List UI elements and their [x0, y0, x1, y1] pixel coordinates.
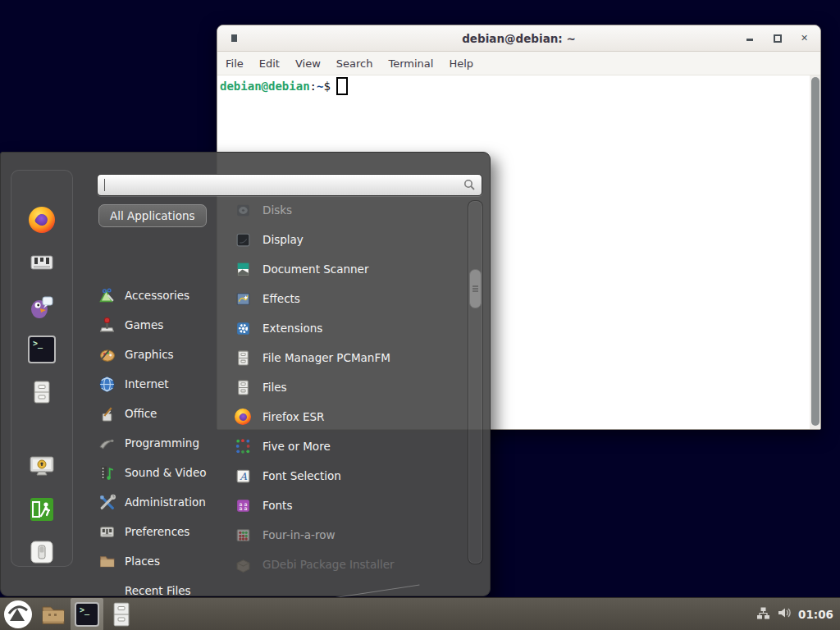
terminal-menubar: File Edit View Search Terminal Help	[217, 52, 820, 75]
gdebi-package-icon	[235, 556, 252, 573]
network-tray-icon[interactable]	[756, 606, 770, 623]
menu-edit[interactable]: Edit	[259, 57, 280, 70]
taskbar-file-manager-button[interactable]	[36, 598, 71, 630]
menu-logo-icon	[3, 600, 33, 629]
preferences-icon	[98, 523, 116, 541]
extensions-gear-icon	[235, 320, 252, 337]
app-fonts[interactable]: a aa a Fonts	[235, 491, 466, 520]
file-cabinet-icon	[29, 379, 55, 405]
category-games[interactable]: Games	[98, 310, 163, 340]
four-in-a-row-icon	[235, 527, 252, 544]
app-five-or-more[interactable]: Five or More	[235, 431, 466, 461]
file-manager-icon[interactable]	[27, 377, 57, 407]
programming-icon	[98, 435, 116, 452]
terminal-launcher-icon[interactable]	[27, 335, 57, 364]
file-cabinet-icon	[235, 379, 252, 396]
taskbar-clock[interactable]: 01:06	[798, 608, 833, 621]
taskbar-files-button[interactable]	[103, 598, 139, 630]
category-list: All Applications Accessories Games Graph…	[97, 204, 235, 227]
app-gdebi-package-installer[interactable]: GDebi Package Installer	[235, 550, 466, 578]
app-four-in-a-row[interactable]: Four-in-a-row	[235, 520, 466, 550]
volume-tray-icon[interactable]	[777, 606, 792, 623]
category-preferences[interactable]: Preferences	[98, 517, 189, 546]
pidgin-icon[interactable]	[27, 291, 57, 321]
five-or-more-icon	[235, 438, 252, 455]
minimize-button[interactable]	[746, 34, 755, 43]
document-scanner-icon	[235, 261, 252, 278]
menu-terminal[interactable]: Terminal	[388, 57, 433, 70]
maximize-button[interactable]	[773, 34, 782, 43]
category-internet[interactable]: Internet	[98, 369, 169, 399]
terminal-scrollbar-thumb[interactable]	[811, 77, 819, 426]
menu-search-bar	[97, 174, 482, 196]
category-accessories[interactable]: Accessories	[98, 281, 189, 310]
places-folder-icon	[98, 553, 116, 570]
app-font-selection[interactable]: A Font Selection	[235, 461, 466, 491]
games-icon	[98, 317, 116, 334]
app-firefox-esr[interactable]: Firefox ESR	[235, 402, 466, 431]
terminal-titlebar[interactable]: debian@debian: ~ ✕	[217, 25, 820, 52]
app-document-scanner[interactable]: Document Scanner	[235, 254, 466, 284]
taskbar-terminal-button[interactable]	[71, 598, 103, 630]
disks-icon	[235, 202, 252, 219]
pidgin-bird-icon	[29, 293, 55, 319]
app-extensions[interactable]: Extensions	[235, 313, 466, 343]
category-all-applications[interactable]: All Applications	[98, 204, 207, 227]
effects-icon	[235, 290, 252, 308]
menu-help[interactable]: Help	[449, 57, 473, 70]
firefox-logo-icon	[29, 207, 55, 233]
display-icon	[235, 231, 252, 249]
firefox-icon[interactable]	[27, 205, 57, 235]
lock-screen-icon[interactable]	[27, 452, 57, 482]
lock-screen-monitor-icon	[28, 453, 56, 481]
terminal-tile-icon	[28, 336, 56, 363]
category-graphics[interactable]: Graphics	[98, 340, 174, 369]
menu-search[interactable]: Search	[336, 57, 373, 70]
file-cabinet-icon	[110, 601, 133, 628]
svg-text:a a: a a	[239, 505, 247, 512]
terminal-scrollbar[interactable]	[810, 75, 820, 429]
internet-globe-icon	[98, 376, 116, 393]
menu-scrollbar[interactable]	[468, 200, 483, 564]
shutdown-icon[interactable]	[27, 537, 57, 567]
menu-view[interactable]: View	[295, 57, 321, 70]
category-sound-video[interactable]: Sound & Video	[98, 458, 206, 487]
taskbar: 01:06	[0, 597, 840, 630]
terminal-title: debian@debian: ~	[217, 32, 820, 45]
favorites-panel	[11, 170, 73, 567]
app-display[interactable]: Display	[235, 225, 466, 254]
administration-icon	[98, 494, 116, 511]
shell-prompt: debian@debian:~$	[220, 77, 348, 95]
search-input[interactable]	[103, 178, 463, 193]
terminal-tile-icon	[75, 602, 99, 627]
search-icon	[463, 179, 476, 191]
file-cabinet-icon	[235, 349, 252, 367]
sliders-icon	[29, 249, 55, 276]
font-selection-icon: A	[235, 468, 252, 485]
accessories-icon	[98, 287, 116, 304]
terminal-cursor	[336, 77, 348, 95]
category-administration[interactable]: Administration	[98, 487, 206, 517]
app-effects[interactable]: Effects	[235, 284, 466, 313]
folder-icon	[40, 601, 66, 628]
desktop: debian@debian: ~ ✕ File Edit View Search…	[0, 0, 840, 630]
menu-button[interactable]	[0, 598, 36, 630]
office-icon	[98, 405, 116, 422]
terminal-window-icon	[231, 34, 237, 42]
graphics-icon	[98, 346, 116, 363]
logout-icon[interactable]	[27, 495, 57, 524]
close-button[interactable]: ✕	[800, 34, 809, 43]
menu-file[interactable]: File	[226, 57, 244, 70]
firefox-logo-icon	[235, 409, 252, 426]
category-office[interactable]: Office	[98, 399, 157, 428]
app-files[interactable]: Files	[235, 372, 466, 402]
category-programming[interactable]: Programming	[98, 428, 199, 458]
application-menu: All Applications Accessories Games Graph…	[0, 152, 491, 596]
app-file-manager-pcmanfm[interactable]: File Manager PCManFM	[235, 343, 466, 372]
control-center-icon[interactable]	[27, 248, 57, 277]
app-disks[interactable]: Disks	[235, 195, 466, 225]
power-switch-icon	[29, 539, 55, 565]
category-places[interactable]: Places	[98, 546, 160, 576]
menu-scrollbar-thumb[interactable]	[469, 269, 482, 308]
svg-text:A: A	[239, 470, 247, 482]
